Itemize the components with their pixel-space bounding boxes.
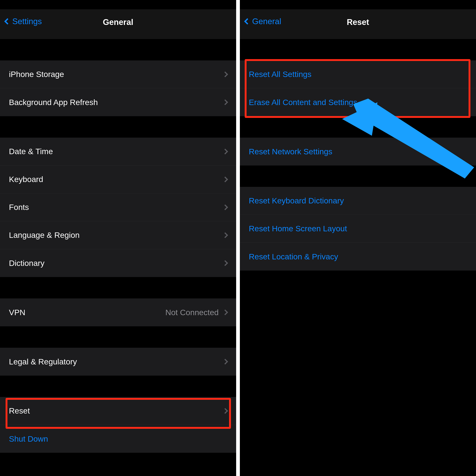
row-label: Legal & Regulatory — [9, 357, 223, 366]
group-legal: Legal & Regulatory — [0, 348, 236, 375]
row-dictionary[interactable]: Dictionary — [0, 249, 236, 277]
row-value: Not Connected — [165, 308, 219, 317]
row-reset-keyboard-dictionary[interactable]: Reset Keyboard Dictionary — [240, 187, 476, 215]
row-label: Shut Down — [9, 434, 227, 443]
chevron-right-icon — [222, 260, 228, 266]
row-label: Reset Keyboard Dictionary — [249, 196, 467, 205]
nav-bar-general: Settings General — [0, 9, 236, 39]
row-label: Reset Home Screen Layout — [249, 224, 467, 233]
row-label: Reset All Settings — [249, 70, 467, 79]
row-label: Fonts — [9, 203, 223, 212]
group-reset-others: Reset Keyboard Dictionary Reset Home Scr… — [240, 187, 476, 271]
group-vpn: VPN Not Connected — [0, 298, 236, 326]
nav-title-general: General — [0, 17, 236, 27]
chevron-right-icon — [222, 204, 228, 210]
row-label: iPhone Storage — [9, 70, 223, 79]
row-fonts[interactable]: Fonts — [0, 193, 236, 221]
section-gap — [240, 166, 476, 187]
row-reset-home-screen-layout[interactable]: Reset Home Screen Layout — [240, 215, 476, 243]
group-reset-network: Reset Network Settings — [240, 137, 476, 166]
row-shut-down[interactable]: Shut Down — [0, 425, 236, 453]
panel-reset: General Reset Reset All Settings Erase A… — [240, 0, 476, 476]
row-reset-location-privacy[interactable]: Reset Location & Privacy — [240, 243, 476, 271]
chevron-right-icon — [222, 176, 228, 182]
row-label: Language & Region — [9, 231, 223, 240]
status-bar — [240, 0, 476, 9]
row-background-app-refresh[interactable]: Background App Refresh — [0, 88, 236, 116]
group-date-keyboard: Date & Time Keyboard Fonts Language & Re… — [0, 137, 236, 277]
section-gap — [0, 39, 236, 60]
row-reset[interactable]: Reset — [0, 397, 236, 425]
row-language-region[interactable]: Language & Region — [0, 221, 236, 249]
row-label: Reset — [9, 406, 223, 415]
row-label: Reset Location & Privacy — [249, 252, 467, 261]
row-legal-regulatory[interactable]: Legal & Regulatory — [0, 348, 236, 375]
row-erase-all-content[interactable]: Erase All Content and Settings — [240, 88, 476, 116]
section-gap — [240, 116, 476, 137]
nav-bar-reset: General Reset — [240, 9, 476, 39]
row-label: Date & Time — [9, 147, 223, 156]
row-label: Background App Refresh — [9, 98, 223, 107]
row-date-time[interactable]: Date & Time — [0, 137, 236, 166]
stage: Settings General iPhone Storage Backgrou… — [0, 0, 476, 476]
chevron-right-icon — [222, 408, 228, 414]
row-label: Keyboard — [9, 175, 223, 184]
group-reset: Reset Shut Down — [0, 397, 236, 453]
section-gap — [0, 375, 236, 397]
section-gap — [0, 326, 236, 348]
status-bar — [0, 0, 236, 9]
chevron-right-icon — [222, 71, 228, 77]
panel-general: Settings General iPhone Storage Backgrou… — [0, 0, 236, 476]
row-reset-network-settings[interactable]: Reset Network Settings — [240, 137, 476, 166]
group-storage: iPhone Storage Background App Refresh — [0, 60, 236, 116]
row-vpn[interactable]: VPN Not Connected — [0, 298, 236, 326]
group-reset-erase: Reset All Settings Erase All Content and… — [240, 60, 476, 116]
row-keyboard[interactable]: Keyboard — [0, 166, 236, 193]
row-label: Erase All Content and Settings — [249, 98, 467, 107]
nav-title-reset: Reset — [240, 17, 476, 27]
row-label: VPN — [9, 308, 165, 317]
chevron-right-icon — [222, 149, 228, 154]
row-label: Reset Network Settings — [249, 147, 467, 156]
section-gap — [0, 116, 236, 137]
chevron-right-icon — [222, 99, 228, 105]
section-gap — [240, 39, 476, 60]
section-gap — [0, 277, 236, 298]
row-iphone-storage[interactable]: iPhone Storage — [0, 60, 236, 88]
row-label: Dictionary — [9, 259, 223, 268]
row-reset-all-settings[interactable]: Reset All Settings — [240, 60, 476, 88]
chevron-right-icon — [222, 232, 228, 238]
chevron-right-icon — [222, 309, 228, 315]
chevron-right-icon — [222, 359, 228, 364]
